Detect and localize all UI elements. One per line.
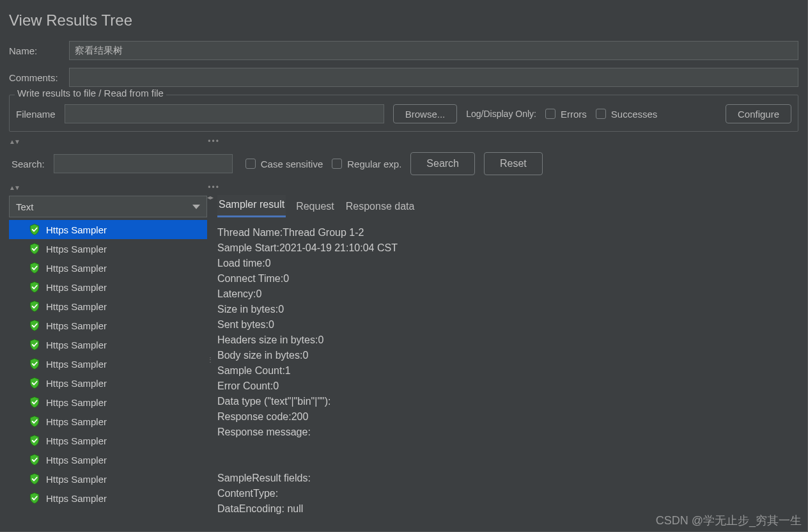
tree-item-label: Https Sampler <box>46 359 107 370</box>
shield-success-icon <box>28 338 41 351</box>
search-input[interactable] <box>54 154 233 173</box>
shield-success-icon <box>28 242 41 255</box>
filename-input[interactable] <box>65 104 384 123</box>
tree-item[interactable]: Https Sampler <box>9 450 207 469</box>
checkbox-icon <box>245 159 256 169</box>
configure-button[interactable]: Configure <box>726 104 791 123</box>
search-button[interactable]: Search <box>410 152 475 175</box>
regex-label: Regular exp. <box>347 159 401 169</box>
tree-item[interactable]: Https Sampler <box>9 258 207 278</box>
tree-item[interactable]: Https Sampler <box>9 278 207 297</box>
tree-item[interactable]: Https Sampler <box>9 373 207 393</box>
tree-item-label: Https Sampler <box>46 378 107 389</box>
tree-item[interactable]: Https Sampler <box>9 239 207 258</box>
shield-success-icon <box>28 281 41 293</box>
tree-item[interactable]: Https Sampler <box>9 489 207 508</box>
successes-checkbox[interactable]: Successes <box>596 109 658 120</box>
case-label: Case sensitive <box>261 159 323 169</box>
shield-success-icon <box>28 415 41 428</box>
reset-button[interactable]: Reset <box>484 152 543 175</box>
tree-item-label: Https Sampler <box>46 301 107 312</box>
errors-label: Errors <box>561 109 587 120</box>
checkbox-icon <box>332 159 342 169</box>
chevron-down-icon <box>192 205 200 209</box>
shield-success-icon <box>28 300 41 313</box>
tree-item[interactable]: Https Sampler <box>9 431 207 450</box>
group-legend: Write results to file / Read from file <box>15 88 166 98</box>
drag-dots-icon: ⋮ <box>207 358 214 362</box>
browse-button[interactable]: Browse... <box>393 104 458 123</box>
drag-dots-icon: ••• <box>19 183 409 192</box>
tree-item[interactable]: Https Sampler <box>9 393 207 412</box>
dropdown-value: Text <box>16 201 34 212</box>
name-label: Name: <box>9 45 69 56</box>
tab-sampler-result[interactable]: Sampler result <box>217 195 286 217</box>
shield-success-icon <box>28 319 41 332</box>
successes-label: Successes <box>611 109 658 120</box>
logdisplay-label: Log/Display Only: <box>466 109 536 119</box>
collapse-handle-2[interactable]: ▲▼ ••• <box>9 182 798 193</box>
tree-item-label: Https Sampler <box>46 224 107 235</box>
results-tree[interactable]: Https Sampler Https Sampler Https Sample… <box>9 220 207 520</box>
comments-input[interactable] <box>69 68 798 87</box>
checkbox-icon <box>596 109 606 119</box>
tree-item-label: Https Sampler <box>46 340 107 350</box>
comments-label: Comments: <box>9 72 69 83</box>
shield-success-icon <box>28 262 41 274</box>
write-results-group: Write results to file / Read from file F… <box>9 95 798 132</box>
tree-item[interactable]: Https Sampler <box>9 220 207 239</box>
split-handle[interactable]: ◂▸ ⋮ <box>207 196 214 520</box>
shield-success-icon <box>28 396 41 409</box>
tree-item[interactable]: Https Sampler <box>9 316 207 335</box>
tab-response-data[interactable]: Response data <box>345 197 416 217</box>
regex-checkbox[interactable]: Regular exp. <box>332 159 401 169</box>
case-sensitive-checkbox[interactable]: Case sensitive <box>245 159 323 169</box>
checkbox-icon <box>545 109 556 119</box>
shield-success-icon <box>28 377 41 389</box>
tree-item-label: Https Sampler <box>46 282 107 293</box>
tree-item-label: Https Sampler <box>46 244 107 254</box>
shield-success-icon <box>28 434 41 447</box>
shield-success-icon <box>28 223 41 236</box>
render-dropdown[interactable]: Text <box>9 196 207 217</box>
shield-success-icon <box>28 357 41 370</box>
tree-item[interactable]: Https Sampler <box>9 354 207 373</box>
tree-item-label: Https Sampler <box>46 474 107 485</box>
tree-item-label: Https Sampler <box>46 320 107 331</box>
tree-item[interactable]: Https Sampler <box>9 297 207 316</box>
tree-item-label: Https Sampler <box>46 455 107 465</box>
name-input[interactable] <box>69 41 798 60</box>
result-tabs: Sampler resultRequestResponse data <box>217 196 798 217</box>
errors-checkbox[interactable]: Errors <box>545 109 587 120</box>
shield-success-icon <box>28 453 41 466</box>
tree-item[interactable]: Https Sampler <box>9 469 207 489</box>
shield-success-icon <box>28 473 41 485</box>
tree-item-label: Https Sampler <box>46 416 107 427</box>
collapse-handle[interactable]: ▲▼ ••• <box>9 136 798 147</box>
tree-item[interactable]: Https Sampler <box>9 335 207 354</box>
tab-request[interactable]: Request <box>295 197 336 217</box>
tree-item-label: Https Sampler <box>46 435 107 446</box>
arrow-up-down-icon: ▲▼ <box>9 184 19 191</box>
tree-item-label: Https Sampler <box>46 493 107 504</box>
filename-label: Filename <box>16 109 56 120</box>
shield-success-icon <box>28 492 41 505</box>
arrow-left-right-icon: ◂▸ <box>207 196 214 199</box>
tree-item-label: Https Sampler <box>46 263 107 274</box>
arrow-up-down-icon: ▲▼ <box>9 138 19 145</box>
sampler-result-text: Thread Name:Thread Group 1-2 Sample Star… <box>217 223 798 517</box>
drag-dots-icon: ••• <box>19 137 409 146</box>
tree-item-label: Https Sampler <box>46 397 107 408</box>
search-label: Search: <box>12 159 45 169</box>
tree-item[interactable]: Https Sampler <box>9 412 207 431</box>
page-title: View Results Tree <box>9 12 798 29</box>
